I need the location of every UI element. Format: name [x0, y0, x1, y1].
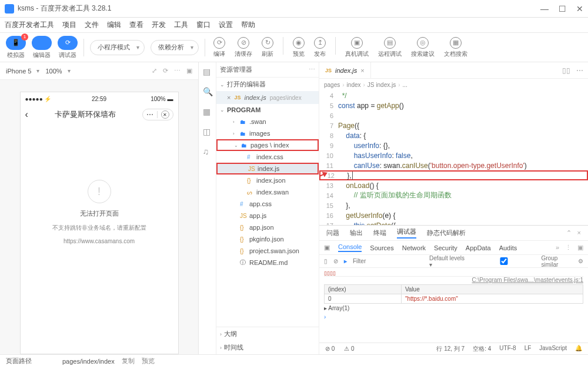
indentation[interactable]: 空格: 4 [473, 345, 491, 353]
program-section[interactable]: ⌄PROGRAM [216, 104, 319, 116]
line-col[interactable]: 行 12, 列 7 [436, 345, 465, 353]
console-body[interactable]: ▯▯▯▯ C:\Program Files\swa…\master\events… [319, 268, 588, 343]
group-checkbox[interactable] [470, 257, 537, 265]
filter-input[interactable] [353, 258, 423, 264]
split-icon[interactable]: ▯▯ [562, 66, 570, 75]
file-item[interactable]: {}pkginfo.json [216, 233, 319, 245]
menu-icon[interactable]: ▯ [324, 258, 328, 264]
tool-pill[interactable]: 1📱模拟器 [6, 36, 26, 59]
panel-tab[interactable]: 调试器 [397, 227, 416, 239]
capsule-button[interactable]: ⋯ ✕ [142, 109, 173, 120]
tool-pill[interactable]: ⟳调试器 [58, 36, 78, 59]
panel-tab[interactable]: 终端 [373, 229, 386, 237]
panel-tab[interactable]: 问题 [326, 229, 339, 237]
devtools-tab[interactable]: Console [338, 243, 362, 252]
devtools-tab[interactable]: AppData [466, 244, 491, 251]
file-item[interactable]: #app.css [216, 198, 319, 210]
chevron-up-icon[interactable]: ⌃ [566, 229, 572, 237]
menu-item[interactable]: 工具 [174, 20, 188, 30]
devtools-tab[interactable]: Audits [499, 244, 517, 251]
panel-tab[interactable]: 输出 [350, 229, 363, 237]
devtools-tab[interactable]: Network [402, 244, 426, 251]
folder-item[interactable]: ›🖿.swan [216, 116, 319, 127]
image-icon[interactable]: ▦ [203, 107, 212, 116]
device-debug-icon[interactable]: ▣真机调试 [345, 37, 369, 58]
folder-item[interactable]: ⌄🖿pages \ index [216, 139, 319, 151]
file-item[interactable]: ᔕindex.swan [216, 186, 319, 198]
language-mode[interactable]: JavaScript [539, 345, 567, 353]
open-editor-item[interactable]: × JS index.js pages\index [216, 91, 319, 104]
devtools-tab[interactable]: Security [434, 244, 457, 251]
dep-select[interactable]: 依赖分析 [151, 40, 199, 55]
tool-pill[interactable]: 编辑器 [32, 36, 52, 59]
search-icon[interactable]: ◎搜索建议 [411, 37, 435, 58]
folder-item[interactable]: ›🖿images [216, 127, 319, 139]
close-panel-icon[interactable]: × [577, 229, 581, 237]
menu-item[interactable]: 文件 [85, 20, 99, 30]
file-item[interactable]: JSapp.js [216, 210, 319, 221]
remote-debug-icon[interactable]: ▤远程调试 [378, 37, 402, 58]
file-item[interactable]: JSindex.js [216, 163, 319, 174]
panel-tab[interactable]: 静态代码解析 [427, 229, 466, 237]
warnings-count[interactable]: ⚠ 0 [344, 345, 354, 352]
menu-item[interactable]: 编辑 [107, 20, 121, 30]
close-icon[interactable]: × [227, 94, 230, 101]
refresh-icon[interactable]: ↻刷新 [262, 37, 273, 58]
copy-link[interactable]: 复制 [122, 357, 135, 365]
clear-icon[interactable]: ⊘ [333, 258, 338, 264]
menu-item[interactable]: 开发 [152, 20, 166, 30]
sim-icon[interactable]: ⟳ [163, 67, 168, 75]
file-item[interactable]: {}project.swan.json [216, 245, 319, 257]
bell-icon[interactable]: 🔔 [575, 345, 582, 353]
console-source-link[interactable]: C:\Program Files\swa…\master\events.js:1 [324, 277, 583, 283]
publish-icon[interactable]: ↥发布 [314, 37, 326, 58]
more-icon[interactable]: ⋯ [309, 66, 315, 73]
editor-tab[interactable]: JS index.js × [319, 62, 371, 78]
gear-icon[interactable]: ⚙ [578, 258, 583, 264]
open-editors-section[interactable]: ⌄打开的编辑器 [216, 78, 319, 91]
sim-icon[interactable]: ▣ [186, 67, 192, 75]
more-icon[interactable]: ⋯ [576, 66, 583, 75]
dock-icon[interactable]: ▣ [577, 244, 583, 251]
search-icon[interactable]: 🔍 [203, 87, 212, 96]
sim-icon[interactable]: ⋯ [174, 67, 181, 75]
code-editor[interactable]: 4 */5const app = getApp()67Page({8 data:… [319, 90, 588, 225]
menu-item[interactable]: 窗口 [196, 20, 211, 30]
mode-select[interactable]: 小程序模式 [90, 40, 145, 55]
menu-dots-icon[interactable]: ⋯ [146, 110, 153, 119]
minimize-button[interactable]: — [541, 5, 548, 12]
preview-link[interactable]: 预览 [142, 357, 155, 365]
close-button[interactable]: ✕ [576, 5, 583, 12]
zoom-select[interactable]: 100% [45, 68, 70, 75]
level-select[interactable]: Default levels ▾ [429, 255, 467, 268]
menu-item[interactable]: 设置 [219, 20, 233, 30]
headset-icon[interactable]: ♫ [203, 147, 212, 156]
file-item[interactable]: {}app.json [216, 221, 319, 233]
sim-icon[interactable]: ⤢ [152, 67, 157, 75]
errors-count[interactable]: ⊘ 0 [325, 345, 335, 352]
more-vert-icon[interactable]: ⋮ [565, 244, 572, 251]
timeline-section[interactable]: ›时间线 [216, 341, 319, 354]
maximize-button[interactable]: ☐ [559, 5, 566, 12]
inspect-icon[interactable]: ▣ [324, 244, 330, 251]
eol[interactable]: LF [524, 345, 532, 353]
file-item[interactable]: #index.css [216, 151, 319, 163]
compile-icon[interactable]: ⟳编译 [213, 37, 225, 58]
doc-search-icon[interactable]: ▦文档搜索 [444, 37, 467, 58]
breadcrumbs[interactable]: pages › index › JS index.js › ... [319, 79, 588, 90]
file-item[interactable]: {}index.json [216, 174, 319, 186]
overflow-icon[interactable]: » [556, 244, 559, 251]
chart-icon[interactable]: ◫ [203, 127, 212, 136]
encoding[interactable]: UTF-8 [499, 345, 516, 353]
menu-item[interactable]: 项目 [62, 20, 76, 30]
close-tab-icon[interactable]: × [360, 67, 364, 74]
clear-cache-icon[interactable]: ⊘清缓存 [235, 37, 252, 58]
preview-icon[interactable]: ◉预览 [293, 37, 305, 58]
close-circle-icon[interactable]: ✕ [161, 110, 169, 119]
explorer-icon[interactable]: ▤ [203, 67, 212, 76]
outline-section[interactable]: ›大纲 [216, 327, 319, 341]
file-item[interactable]: ⓘREADME.md [216, 257, 319, 268]
device-select[interactable]: iPhone 5 [6, 68, 39, 75]
devtools-tab[interactable]: Sources [370, 244, 393, 251]
menu-item[interactable]: 百度开发者工具 [5, 20, 54, 30]
